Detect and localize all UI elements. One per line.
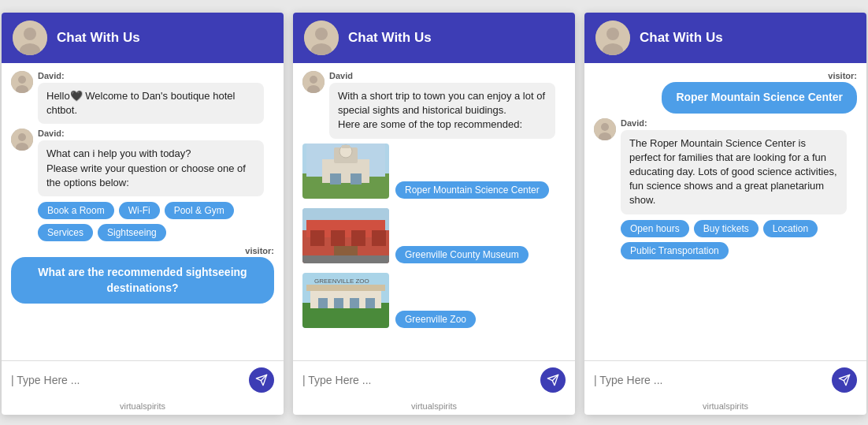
svg-point-45 xyxy=(601,123,609,131)
chip-pool-gym[interactable]: Pool & Gym xyxy=(165,202,234,219)
svg-rect-22 xyxy=(342,145,350,148)
agent-message-row-p2: David With a short trip to town you can … xyxy=(302,71,566,139)
visitor-row-1: visitor: What are the recommended sights… xyxy=(11,246,274,304)
svg-rect-38 xyxy=(350,298,359,308)
chat-input-2[interactable] xyxy=(302,374,534,386)
svg-rect-31 xyxy=(302,255,389,263)
chat-header-2: Chat With Us xyxy=(293,13,575,63)
visitor-bubble-3: Roper Mountain Science Center xyxy=(662,82,857,114)
header-title-2: Chat With Us xyxy=(348,30,432,46)
agent-bubble-p3: The Roper Mountain Science Center is per… xyxy=(621,130,847,214)
msg-avatar xyxy=(11,71,33,93)
svg-point-10 xyxy=(315,28,328,40)
svg-rect-35 xyxy=(306,285,385,291)
header-title-3: Chat With Us xyxy=(640,30,723,46)
svg-rect-37 xyxy=(334,298,343,308)
roper-svg xyxy=(306,144,385,199)
branding-1: virtualspirits xyxy=(2,399,284,415)
chat-widget-2: Chat With Us David With a short trip to … xyxy=(293,13,575,415)
museum-img-bg xyxy=(302,208,389,263)
agent-message-row-p3: David: The Roper Mountain Science Center… xyxy=(594,118,857,259)
sight-label-roper[interactable]: Roper Mountain Science Center xyxy=(395,181,549,199)
agent-message-row-2: David: What can i help you with today?Pl… xyxy=(11,129,274,241)
chip-wifi[interactable]: Wi-Fi xyxy=(119,202,160,219)
sight-label-museum[interactable]: Greenville County Museum xyxy=(395,246,529,263)
chat-footer-2 xyxy=(293,360,575,399)
agent-label: David: xyxy=(38,71,264,80)
chat-input-1[interactable] xyxy=(11,374,243,386)
svg-rect-29 xyxy=(372,230,386,246)
chip-location[interactable]: Location xyxy=(763,220,818,237)
agent-avatar-3 xyxy=(595,21,630,55)
send-icon-2 xyxy=(547,374,559,386)
zoo-svg: GREENVILLE ZOO xyxy=(302,273,389,328)
svg-point-13 xyxy=(310,76,317,84)
sight-img-zoo: GREENVILLE ZOO xyxy=(302,273,389,328)
chat-widget-1: Chat With Us David: Hello🖤 Welcome to Da… xyxy=(2,13,284,415)
building-img-roper xyxy=(302,144,389,199)
svg-point-1 xyxy=(24,28,36,40)
museum-svg xyxy=(302,208,389,263)
svg-rect-28 xyxy=(351,230,365,246)
agent-label-p3: David: xyxy=(621,118,847,128)
visitor-label-1: visitor: xyxy=(245,246,274,255)
agent-message-row: David: Hello🖤 Welcome to Dan's boutique … xyxy=(11,71,274,124)
chip-public-transport[interactable]: Public Transportation xyxy=(621,242,729,259)
branding-3: virtualspirits xyxy=(584,399,866,415)
agent-avatar-1 xyxy=(13,21,47,55)
chip-row-1: Book a Room Wi-Fi Pool & Gym Services Si… xyxy=(38,202,264,241)
chip-open-hours[interactable]: Open hours xyxy=(621,220,689,237)
svg-rect-36 xyxy=(318,298,328,308)
messages-panel-3: visitor: Roper Mountain Science Center D… xyxy=(584,63,866,360)
agent-avatar-2 xyxy=(304,21,339,55)
svg-point-42 xyxy=(606,28,619,40)
agent-bubble-2: What can i help you with today?Please wr… xyxy=(38,140,264,196)
sight-img-roper xyxy=(302,144,389,199)
visitor-row-3: visitor: Roper Mountain Science Center xyxy=(594,71,857,114)
chat-header-3: Chat With Us xyxy=(584,13,866,63)
chip-row-3: Open hours Buy tickets Location Public T… xyxy=(621,220,847,259)
svg-point-7 xyxy=(18,133,26,141)
svg-rect-39 xyxy=(365,298,375,308)
msg-avatar-2 xyxy=(11,129,33,151)
agent-bubble: Hello🖤 Welcome to Dan's boutique hotel c… xyxy=(38,83,264,124)
chat-widget-3: Chat With Us visitor: Roper Mountain Sci… xyxy=(584,13,866,415)
svg-text:GREENVILLE ZOO: GREENVILLE ZOO xyxy=(314,278,369,285)
msg-col: David: Hello🖤 Welcome to Dan's boutique … xyxy=(38,71,264,124)
send-button-1[interactable] xyxy=(249,367,274,393)
svg-point-4 xyxy=(18,76,26,84)
chat-footer-3 xyxy=(584,360,866,399)
send-icon-3 xyxy=(838,374,851,386)
send-button-3[interactable] xyxy=(832,367,857,393)
chip-services[interactable]: Services xyxy=(38,224,93,241)
messages-panel-2: David With a short trip to town you can … xyxy=(293,63,575,360)
agent-bubble-p2: With a short trip to town you can enjoy … xyxy=(329,83,555,139)
msg-avatar-p3 xyxy=(594,118,616,140)
sight-item-roper: Roper Mountain Science Center xyxy=(302,144,566,199)
msg-avatar-p2 xyxy=(302,71,325,93)
svg-rect-26 xyxy=(310,230,325,246)
chat-header-1: Chat With Us xyxy=(2,13,284,63)
chat-footer-1 xyxy=(2,360,284,399)
chip-sightseeing[interactable]: Sightseeing xyxy=(98,224,166,241)
branding-2: virtualspirits xyxy=(293,399,575,415)
messages-panel-1: David: Hello🖤 Welcome to Dan's boutique … xyxy=(2,63,284,360)
header-title-1: Chat With Us xyxy=(57,30,140,46)
visitor-label-3: visitor: xyxy=(828,71,857,80)
chat-input-3[interactable] xyxy=(594,374,825,386)
msg-col-p3: David: The Roper Mountain Science Center… xyxy=(621,118,847,259)
svg-rect-27 xyxy=(331,230,345,246)
agent-label-2: David: xyxy=(38,129,264,138)
sight-label-zoo[interactable]: Greenville Zoo xyxy=(395,311,476,328)
sight-item-zoo: GREENVILLE ZOO Greenville Zoo xyxy=(302,273,566,328)
send-button-2[interactable] xyxy=(540,367,566,393)
visitor-bubble-1: What are the recommended sightseeing des… xyxy=(11,257,274,304)
msg-col-p2: David With a short trip to town you can … xyxy=(329,71,555,139)
msg-col-2: David: What can i help you with today?Pl… xyxy=(38,129,264,241)
chat-container: Chat With Us David: Hello🖤 Welcome to Da… xyxy=(0,0,868,425)
chip-buy-tickets[interactable]: Buy tickets xyxy=(694,220,759,237)
svg-rect-19 xyxy=(330,173,341,185)
sight-item-museum: Greenville County Museum xyxy=(302,208,566,263)
chip-book-room[interactable]: Book a Room xyxy=(38,202,114,219)
svg-rect-20 xyxy=(351,173,362,185)
